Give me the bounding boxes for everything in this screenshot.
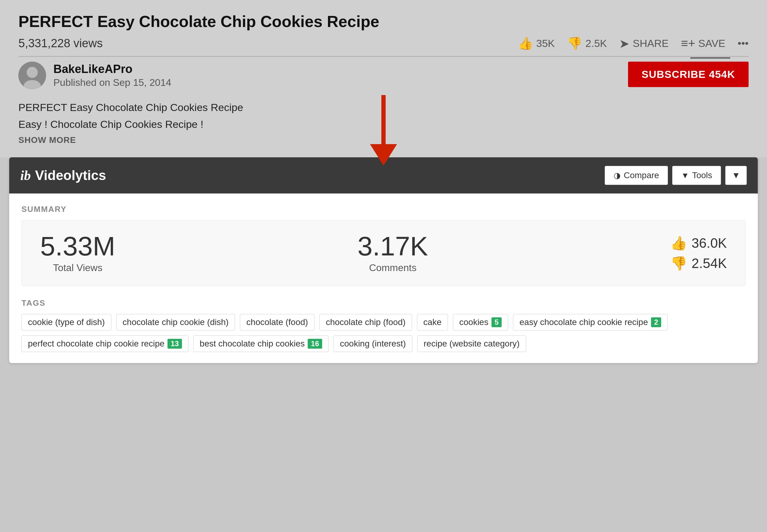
vl-body: SUMMARY 5.33M Total Views 3.17K Comments… [9, 193, 758, 363]
compare-icon: ◑ [614, 171, 621, 180]
tag-item[interactable]: cookie (type of dish) [21, 314, 111, 331]
video-meta-row: 5,331,228 views 👍 35K 👎 2.5K ➤ SHARE ≡+ … [18, 36, 749, 57]
youtube-section: PERFECT Easy Chocolate Chip Cookies Reci… [0, 0, 767, 157]
tag-item[interactable]: chocolate chip cookie (dish) [116, 314, 235, 331]
dislike-button[interactable]: 👎 2.5K [567, 36, 607, 51]
vl-logo-icon: ib [20, 168, 31, 183]
dislikes-row: 👎 2.54K [670, 255, 727, 271]
thumbs-up-icon: 👍 [518, 36, 533, 51]
tools-button[interactable]: ▼ Tools [672, 166, 721, 185]
arrow-overlay [370, 95, 397, 166]
save-label: SAVE [698, 37, 725, 49]
videolytics-panel: ib Videolytics ◑ Compare ▼ Tools ▼ SUMMA… [9, 157, 758, 363]
more-icon: ••• [738, 37, 749, 49]
subscribe-button[interactable]: SUBSCRIBE 454K [628, 62, 749, 87]
publish-date: Published on Sep 15, 2014 [53, 77, 171, 88]
total-views-number: 5.33M [40, 233, 115, 260]
vl-header-buttons: ◑ Compare ▼ Tools ▼ [605, 166, 747, 185]
dislike-count: 2.5K [585, 37, 607, 49]
save-icon: ≡+ [681, 36, 695, 50]
share-label: SHARE [633, 37, 669, 49]
likes-value: 36.0K [692, 235, 727, 251]
tag-item[interactable]: cake [417, 314, 448, 331]
arrow-shaft [381, 95, 386, 144]
share-button[interactable]: ➤ SHARE [619, 36, 669, 51]
compare-label: Compare [624, 170, 659, 180]
total-views-block: 5.33M Total Views [40, 233, 115, 274]
like-stat-icon: 👍 [670, 235, 687, 251]
tools-icon: ▼ [681, 171, 689, 180]
thumbs-down-icon: 👎 [567, 36, 582, 51]
likes-dislikes-block: 👍 36.0K 👎 2.54K [670, 235, 727, 271]
tag-badge: 2 [651, 317, 661, 327]
tags-container: cookie (type of dish)chocolate chip cook… [21, 314, 746, 352]
tag-badge: 5 [492, 317, 502, 327]
compare-button[interactable]: ◑ Compare [605, 166, 668, 185]
channel-info: BakeLikeAPro Published on Sep 15, 2014 [18, 62, 171, 89]
tag-badge: 16 [308, 339, 322, 349]
tags-label: TAGS [21, 298, 746, 308]
share-icon: ➤ [619, 36, 630, 51]
like-count: 35K [536, 37, 555, 49]
tag-item[interactable]: cookies5 [453, 314, 508, 331]
vl-logo-text: Videolytics [35, 168, 106, 183]
dislike-stat-icon: 👎 [670, 255, 687, 271]
tag-item[interactable]: perfect chocolate chip cookie recipe13 [21, 335, 188, 352]
view-count: 5,331,228 views [18, 37, 103, 50]
channel-row: BakeLikeAPro Published on Sep 15, 2014 S… [18, 62, 749, 89]
comments-block: 3.17K Comments [357, 233, 428, 274]
tag-item[interactable]: chocolate (food) [240, 314, 314, 331]
tag-item[interactable]: chocolate chip (food) [319, 314, 412, 331]
tag-item[interactable]: recipe (website category) [417, 335, 526, 352]
comments-number: 3.17K [357, 233, 428, 260]
tag-badge: 13 [167, 339, 182, 349]
summary-card: 5.33M Total Views 3.17K Comments 👍 36.0K… [21, 220, 746, 286]
tags-section: TAGS cookie (type of dish)chocolate chip… [21, 298, 746, 352]
tag-item[interactable]: best chocolate chip cookies16 [193, 335, 328, 352]
panel-collapse-button[interactable]: ▼ [725, 166, 747, 185]
tag-item[interactable]: easy chocolate chip cookie recipe2 [513, 314, 668, 331]
svg-point-1 [27, 67, 38, 78]
video-title: PERFECT Easy Chocolate Chip Cookies Reci… [18, 12, 749, 31]
vl-logo: ib Videolytics [20, 168, 106, 183]
total-views-label: Total Views [40, 262, 115, 274]
save-button[interactable]: ≡+ SAVE [681, 36, 725, 50]
tag-item[interactable]: cooking (interest) [333, 335, 412, 352]
avatar [18, 62, 46, 89]
chevron-down-icon: ▼ [732, 170, 740, 180]
more-button[interactable]: ••• [738, 37, 749, 49]
arrow-head [370, 144, 397, 166]
channel-name[interactable]: BakeLikeAPro [53, 63, 171, 76]
like-button[interactable]: 👍 35K [518, 36, 555, 51]
action-buttons: 👍 35K 👎 2.5K ➤ SHARE ≡+ SAVE ••• [518, 36, 749, 51]
summary-label: SUMMARY [21, 205, 746, 214]
likes-row: 👍 36.0K [670, 235, 727, 251]
channel-text: BakeLikeAPro Published on Sep 15, 2014 [53, 63, 171, 88]
comments-label: Comments [357, 262, 428, 274]
dislikes-value: 2.54K [692, 256, 727, 271]
tools-label: Tools [692, 170, 712, 180]
